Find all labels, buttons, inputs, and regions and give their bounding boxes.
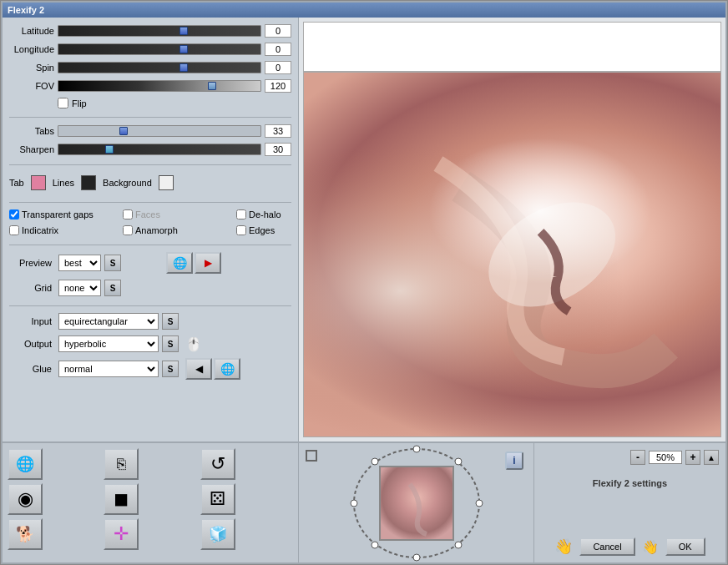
zoom-minus-button[interactable]: - [630, 450, 645, 465]
latitude-value[interactable]: 0 [265, 24, 291, 38]
icon-btn-copy[interactable]: ⎘ [104, 448, 139, 480]
preview-label: Preview [9, 258, 55, 268]
latitude-row: Latitude 0 [9, 24, 291, 38]
cancel-button[interactable]: Cancel [579, 537, 634, 556]
right-panel [299, 18, 725, 441]
play-button[interactable]: ▶ [195, 252, 221, 274]
output-label: Output [9, 339, 55, 349]
info-button[interactable]: i [505, 451, 523, 470]
icon-btn-rotate[interactable]: ↺ [200, 448, 235, 480]
play-controls: 🌐 ▶ [166, 252, 221, 274]
grid-s-button[interactable]: S [104, 280, 121, 296]
left-panel: Latitude 0 Longitude 0 Spin 0 [3, 18, 299, 441]
icon-btn-square[interactable]: ◼ [104, 483, 139, 515]
longitude-label: Longitude [9, 44, 58, 54]
latitude-slider[interactable] [58, 25, 261, 37]
tab-color-swatch[interactable] [31, 175, 46, 190]
faces-label: Faces [135, 209, 160, 219]
zoom-value: 50% [649, 451, 682, 464]
input-select[interactable]: equirectangular mercator [58, 313, 159, 330]
longitude-thumb[interactable] [179, 45, 188, 53]
input-label: Input [9, 316, 55, 326]
grid-select[interactable]: none lines dots [58, 280, 101, 296]
tabs-thumb[interactable] [119, 127, 128, 135]
svg-point-12 [455, 542, 462, 548]
zoom-plus-button[interactable]: + [685, 450, 700, 465]
sharpen-slider[interactable] [58, 144, 261, 155]
preview-s-button[interactable]: S [104, 255, 121, 271]
globe-button-2[interactable]: 🌐 [214, 358, 240, 380]
svg-point-8 [476, 500, 483, 507]
input-s-button[interactable]: S [162, 313, 179, 330]
ok-button[interactable]: OK [665, 537, 705, 556]
spin-slider[interactable] [58, 62, 261, 73]
icon-btn-circle[interactable]: ◉ [8, 483, 43, 515]
tabs-value[interactable]: 33 [265, 124, 291, 138]
indicatrix-checkbox[interactable] [9, 225, 19, 235]
glue-label: Glue [9, 364, 55, 374]
lines-color-swatch[interactable] [81, 175, 96, 190]
fov-row: FOV 120 [9, 79, 291, 93]
de-halo-checkbox[interactable] [236, 209, 246, 219]
bottom-right: - 50% + ▲ Flexify 2 settings 👋 Cancel 👋 … [533, 443, 725, 562]
background-color-label: Background [103, 178, 152, 188]
icon-btn-cross[interactable]: ✛ [104, 518, 139, 550]
svg-point-7 [351, 500, 357, 507]
icon-btn-gem[interactable]: 🧊 [200, 518, 235, 550]
bottom-middle: i [299, 443, 533, 562]
preview-select[interactable]: best fast none [58, 255, 101, 271]
output-select[interactable]: hyperbolic spherical [58, 335, 159, 352]
globe-button[interactable]: 🌐 [166, 252, 193, 274]
glue-select[interactable]: normal blend [58, 361, 159, 377]
longitude-slider[interactable] [58, 43, 261, 55]
spin-thumb[interactable] [179, 63, 188, 72]
reverse-play-button[interactable]: ◀ [185, 358, 212, 380]
icon-btn-globe[interactable]: 🌐 [8, 448, 43, 480]
fov-slider[interactable] [58, 80, 261, 92]
faces-checkbox[interactable] [123, 209, 133, 219]
tabs-label: Tabs [9, 126, 58, 136]
anamorph-item: Anamorph [123, 225, 223, 235]
grid-label: Grid [9, 283, 55, 293]
latitude-label: Latitude [9, 26, 58, 36]
thumbnail-area [379, 466, 454, 541]
glue-s-button[interactable]: S [162, 361, 179, 377]
spin-row: Spin 0 [9, 61, 291, 74]
anamorph-checkbox[interactable] [123, 225, 133, 235]
icon-grid: 🌐 ⎘ ↺ ◉ ◼ ⚄ 🐕 ✛ 🧊 [8, 448, 293, 550]
edges-label: Edges [249, 225, 275, 235]
selection-indicator [306, 450, 317, 462]
longitude-value[interactable]: 0 [265, 43, 291, 56]
sharpen-thumb[interactable] [105, 145, 114, 154]
svg-point-9 [372, 458, 378, 465]
background-color-swatch[interactable] [159, 175, 174, 190]
scroll-up-button[interactable]: ▲ [704, 450, 719, 465]
main-content: Latitude 0 Longitude 0 Spin 0 [3, 18, 725, 441]
fov-thumb[interactable] [208, 82, 216, 90]
fov-label: FOV [9, 81, 58, 91]
glue-play-controls: ◀ 🌐 [185, 358, 240, 380]
svg-rect-3 [304, 73, 720, 436]
latitude-thumb[interactable] [179, 27, 188, 35]
spin-label: Spin [9, 63, 58, 73]
flip-row: Flip [9, 98, 291, 108]
tabs-row: Tabs 33 [9, 124, 291, 138]
checkbox-row-2: Indicatrix Anamorph Edges [9, 225, 291, 235]
fov-value[interactable]: 120 [265, 79, 291, 93]
edges-checkbox[interactable] [236, 225, 246, 235]
sharpen-value[interactable]: 30 [265, 143, 291, 156]
icon-btn-gimp[interactable]: 🐕 [8, 518, 43, 550]
icon-btn-dice[interactable]: ⚄ [200, 483, 235, 515]
action-buttons: 👋 Cancel 👋 OK [554, 537, 705, 556]
longitude-row: Longitude 0 [9, 43, 291, 56]
checkbox-row-1: Transparent gaps Faces De-halo [9, 209, 291, 219]
cursor-icon: 🖱️ [185, 336, 202, 352]
flip-checkbox[interactable] [58, 98, 68, 108]
title-bar: Flexify 2 [3, 3, 725, 18]
transparent-gaps-label: Transparent gaps [22, 209, 94, 219]
tabs-slider[interactable] [58, 125, 261, 137]
transparent-gaps-checkbox[interactable] [9, 209, 19, 219]
output-s-button[interactable]: S [162, 335, 179, 352]
spin-value[interactable]: 0 [265, 61, 291, 74]
faces-item: Faces [123, 209, 223, 219]
